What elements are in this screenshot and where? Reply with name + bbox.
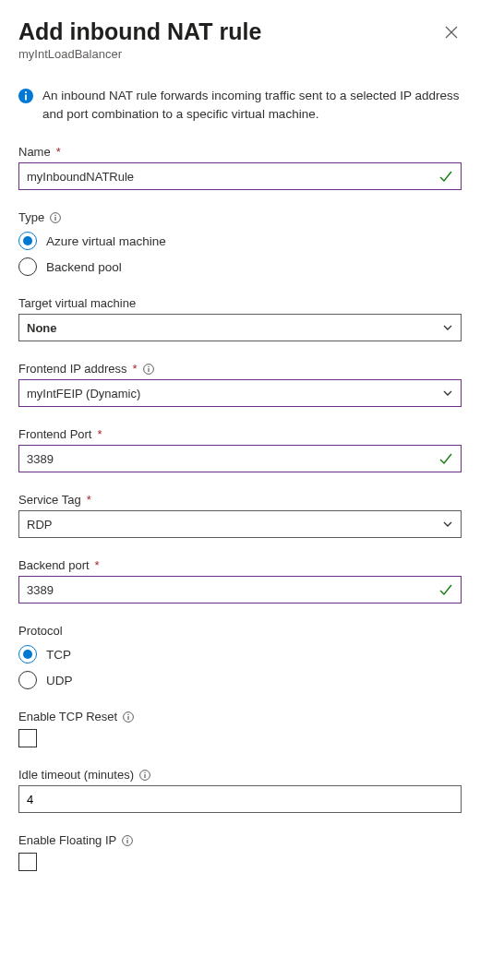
protocol-label: Protocol	[18, 624, 63, 638]
type-radio-azure-vm[interactable]: Azure virtual machine	[18, 232, 462, 250]
tcp-reset-checkbox[interactable]	[18, 729, 37, 747]
name-label: Name	[18, 145, 51, 159]
service-tag-label: Service Tag	[18, 493, 81, 507]
close-icon	[445, 26, 458, 39]
service-tag-value: RDP	[27, 518, 52, 532]
frontend-ip-select[interactable]: myIntFEIP (Dynamic)	[18, 379, 462, 407]
close-button[interactable]	[441, 22, 462, 45]
idle-timeout-label: Idle timeout (minutes)	[18, 768, 134, 782]
name-input[interactable]: myInboundNATRule	[18, 162, 462, 190]
frontend-port-input[interactable]: 3389	[18, 445, 462, 472]
frontend-ip-value: myIntFEIP (Dynamic)	[27, 387, 140, 400]
svg-rect-7	[55, 214, 56, 215]
radio-icon	[18, 671, 37, 689]
chevron-down-icon	[442, 322, 453, 333]
checkmark-icon	[438, 582, 453, 597]
tcp-reset-label: Enable TCP Reset	[18, 710, 117, 723]
info-icon[interactable]	[122, 835, 133, 846]
required-marker: *	[56, 145, 61, 159]
idle-timeout-input[interactable]	[18, 785, 462, 813]
info-icon[interactable]	[139, 770, 150, 781]
frontend-port-value: 3389	[27, 452, 54, 466]
radio-label: Azure virtual machine	[46, 234, 166, 248]
radio-label: TCP	[46, 648, 71, 662]
floating-ip-label: Enable Floating IP	[18, 833, 116, 847]
type-label: Type	[18, 210, 44, 224]
info-icon[interactable]	[143, 364, 154, 375]
service-tag-select[interactable]: RDP	[18, 510, 462, 538]
chevron-down-icon	[442, 388, 453, 399]
required-marker: *	[87, 493, 91, 507]
svg-rect-16	[144, 771, 145, 772]
name-value: myInboundNATRule	[27, 170, 134, 184]
floating-ip-checkbox[interactable]	[18, 853, 37, 871]
svg-rect-13	[128, 713, 129, 714]
protocol-radio-udp[interactable]: UDP	[18, 671, 462, 689]
info-bar: An inbound NAT rule forwards incoming tr…	[18, 87, 462, 123]
svg-rect-3	[25, 95, 27, 101]
svg-rect-9	[148, 368, 149, 372]
svg-rect-10	[148, 365, 149, 366]
required-marker: *	[98, 427, 102, 441]
svg-rect-15	[144, 774, 145, 778]
radio-icon	[18, 232, 37, 250]
info-icon[interactable]	[50, 212, 61, 223]
svg-rect-6	[55, 217, 56, 221]
target-vm-value: None	[27, 321, 57, 335]
info-text: An inbound NAT rule forwards incoming tr…	[42, 87, 462, 123]
required-marker: *	[133, 362, 138, 376]
target-vm-select[interactable]: None	[18, 314, 462, 341]
svg-rect-12	[128, 716, 129, 720]
frontend-ip-label: Frontend IP address	[18, 362, 127, 376]
svg-rect-19	[127, 837, 128, 838]
info-icon[interactable]	[123, 711, 134, 723]
required-marker: *	[95, 558, 100, 572]
radio-icon	[18, 645, 37, 663]
backend-port-value: 3389	[27, 583, 54, 597]
radio-icon	[18, 257, 37, 276]
protocol-radio-tcp[interactable]: TCP	[18, 645, 462, 663]
svg-rect-4	[25, 91, 27, 93]
type-radio-backend-pool[interactable]: Backend pool	[18, 257, 462, 276]
radio-label: Backend pool	[46, 260, 122, 274]
info-icon	[18, 89, 33, 103]
checkmark-icon	[438, 451, 453, 466]
chevron-down-icon	[442, 519, 453, 530]
radio-label: UDP	[46, 674, 73, 687]
svg-rect-18	[127, 840, 128, 843]
resource-subtitle: myIntLoadBalancer	[18, 47, 462, 61]
target-vm-label: Target virtual machine	[18, 296, 136, 310]
backend-port-label: Backend port	[18, 558, 90, 572]
page-title: Add inbound NAT rule	[18, 18, 261, 45]
checkmark-icon	[438, 169, 453, 184]
backend-port-input[interactable]: 3389	[18, 576, 462, 604]
frontend-port-label: Frontend Port	[18, 427, 92, 441]
